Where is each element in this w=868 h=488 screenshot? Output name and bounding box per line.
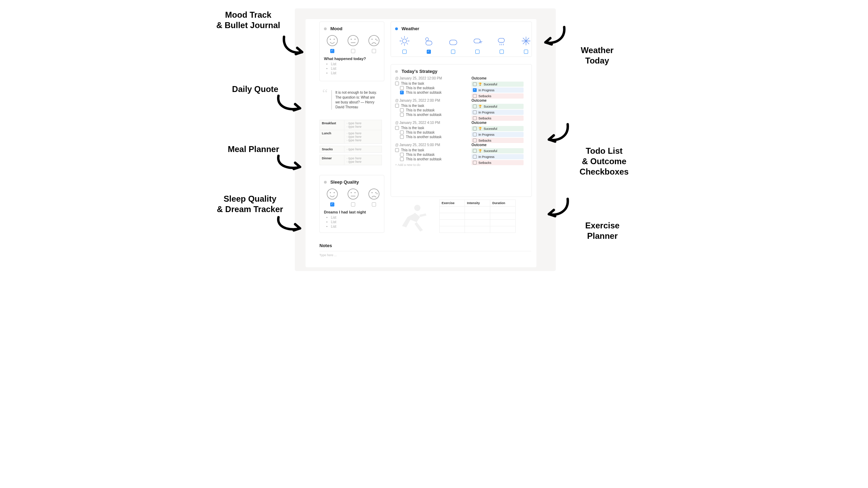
meal-row[interactable]: Snacks- type here [319,146,382,153]
face-checkbox[interactable] [351,49,355,53]
face-sad-icon[interactable] [368,34,380,47]
ann-exercise: ExercisePlanner [573,220,632,241]
checkbox[interactable] [473,82,477,86]
meal-row[interactable]: Dinner- type here- type here [319,155,382,165]
meal-table: Breakfast- type here- type hereLunch- ty… [319,120,382,165]
list-item[interactable]: List [331,225,380,228]
cloudy-icon[interactable] [447,35,459,47]
outcome-row[interactable]: Setbacks [471,116,524,121]
list-item[interactable]: List [331,216,380,219]
weather-title: Weather [401,26,419,31]
checkbox[interactable] [473,104,477,108]
checkbox[interactable] [473,110,477,114]
checkbox[interactable] [395,104,399,108]
outcome-row[interactable]: In Progress [471,154,524,159]
face-neutral-icon[interactable] [347,34,359,47]
face-checkbox[interactable] [372,49,376,53]
exercise-row[interactable] [440,220,516,226]
face-happy-icon[interactable] [326,188,339,200]
face-neutral-icon[interactable] [347,188,359,200]
checkbox[interactable] [473,127,477,131]
outcome-row[interactable]: In Progress [471,132,524,137]
face-checkbox[interactable] [330,202,334,207]
meal-value[interactable]: - type here [344,146,382,152]
outcome-row[interactable]: 🏆Sucessful [471,148,524,153]
checkbox[interactable] [400,153,404,157]
checkbox[interactable] [473,116,477,120]
checkbox[interactable] [395,148,399,152]
checkbox[interactable] [400,91,404,94]
svg-point-30 [348,189,358,199]
outcome-row[interactable]: Setbacks [471,160,524,165]
exercise-row[interactable] [440,207,516,213]
checkbox[interactable] [473,133,477,136]
bullet-icon [395,70,398,73]
checkbox[interactable] [400,113,404,117]
checkbox[interactable] [395,82,399,85]
snow-icon[interactable] [520,35,532,47]
list-item[interactable]: List [331,220,380,224]
outcome-text: In Progress [478,133,494,136]
outcome-row[interactable]: 🏆Sucessful [471,104,524,109]
arrow-exercise [543,196,571,220]
checkbox[interactable] [473,88,477,92]
meal-row[interactable]: Breakfast- type here- type here [319,120,382,130]
sleep-card: Sleep Quality Dreams I had last night Li… [319,175,384,233]
face-checkbox[interactable] [351,202,355,207]
subtask-text: This is the subtask [406,108,435,112]
rainy-icon[interactable] [496,35,508,47]
outcome-row[interactable]: In Progress [471,110,524,115]
meal-row[interactable]: Lunch- type here- type here- type here [319,130,382,144]
windy-icon[interactable] [471,35,483,47]
checkbox[interactable] [473,155,477,159]
weather-checkbox[interactable] [475,50,479,54]
outcome-row[interactable]: 🏆Sucessful [471,126,524,131]
meal-value[interactable]: - type here- type here [344,120,382,130]
outcome-row[interactable]: In Progress [471,87,524,93]
meal-label: Lunch [320,130,344,143]
checkbox[interactable] [473,161,477,165]
outcome-row[interactable]: Setbacks [471,93,524,99]
svg-point-35 [375,192,376,193]
weather-checkbox[interactable] [427,50,431,54]
checkbox[interactable] [400,135,404,139]
svg-point-36 [377,193,377,194]
partly-cloudy-icon[interactable] [423,35,435,47]
face-checkbox[interactable] [372,202,376,207]
checkbox[interactable] [400,157,404,161]
notes-placeholder[interactable]: Type here ... [319,251,531,257]
checkbox[interactable] [400,86,404,90]
face-checkbox[interactable] [330,49,334,53]
meal-label: Snacks [320,146,344,152]
outcome-text: Sucessful [484,127,497,131]
weather-checkbox[interactable] [500,50,504,54]
meal-value[interactable]: - type here- type here- type here [344,130,382,143]
checkbox[interactable] [473,149,477,153]
checkbox[interactable] [395,126,399,130]
checkbox[interactable] [473,94,477,98]
quote-bar [331,90,332,110]
outcome-row[interactable]: Setbacks [471,138,524,143]
outcome-text: Sucessful [484,83,497,86]
list-item[interactable]: List [331,62,380,66]
journal-list: ListListList [326,62,380,75]
checkbox[interactable] [400,131,404,134]
exercise-row[interactable] [440,213,516,220]
face-happy-icon[interactable] [326,34,339,47]
exercise-row[interactable] [440,226,516,233]
strategy-title: Today's Strategy [401,69,437,74]
list-item[interactable]: List [331,71,380,75]
weather-checkbox[interactable] [524,50,528,54]
exercise-table: ExerciseIntensityDuration [439,200,516,233]
checkbox[interactable] [400,108,404,112]
weather-checkbox[interactable] [402,50,407,54]
list-item[interactable]: List [331,67,380,70]
outcome-row[interactable]: 🏆Sucessful [471,82,524,87]
checkbox[interactable] [473,138,477,142]
bullet-icon [324,181,327,184]
weather-checkbox[interactable] [451,50,455,54]
face-sad-icon[interactable] [368,188,380,200]
svg-point-10 [402,39,407,43]
sunny-icon[interactable] [399,35,410,47]
meal-value[interactable]: - type here- type here [344,155,382,165]
